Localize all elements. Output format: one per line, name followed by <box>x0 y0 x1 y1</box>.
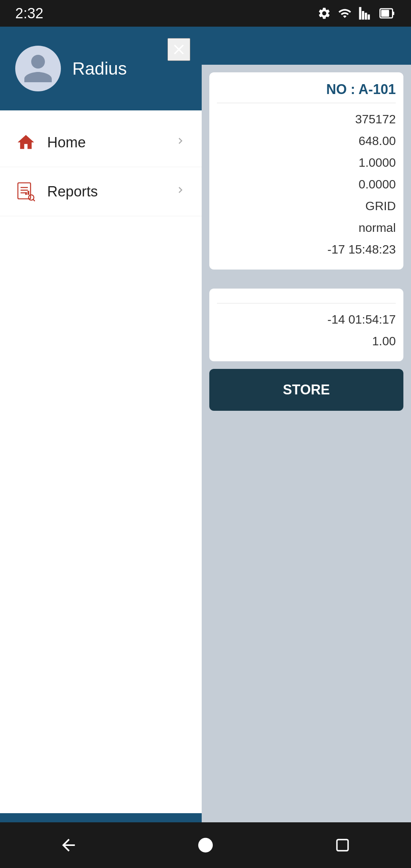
menu-item-reports-left: Reports <box>15 181 98 202</box>
home-chevron-icon <box>174 135 186 150</box>
home-icon-wrap <box>15 132 37 153</box>
wifi-icon <box>338 6 352 20</box>
avatar-icon <box>21 51 55 86</box>
close-icon <box>170 41 187 58</box>
svg-point-11 <box>198 838 213 852</box>
recents-button[interactable] <box>323 830 362 860</box>
menu-item-reports[interactable]: Reports <box>0 167 202 216</box>
signal-icon <box>358 6 372 20</box>
avatar <box>15 46 61 91</box>
svg-rect-2 <box>381 10 389 17</box>
menu-reports-label: Reports <box>47 183 98 200</box>
drawer-overlay: Radius Home <box>0 27 411 868</box>
svg-rect-12 <box>337 839 348 850</box>
nav-bar <box>0 822 411 868</box>
reports-icon <box>15 181 37 202</box>
menu-item-home-left: Home <box>15 132 86 153</box>
status-bar: 2:32 <box>0 0 411 27</box>
navigation-drawer: Radius Home <box>0 27 202 868</box>
drawer-body: Home <box>0 110 202 813</box>
svg-rect-7 <box>25 192 27 195</box>
back-button[interactable] <box>49 830 88 860</box>
menu-item-home[interactable]: Home <box>0 118 202 167</box>
home-icon <box>16 132 36 152</box>
menu-home-label: Home <box>47 134 86 151</box>
settings-icon <box>317 6 331 20</box>
reports-icon-wrap <box>15 181 37 202</box>
svg-line-10 <box>33 199 35 201</box>
svg-rect-1 <box>393 12 395 15</box>
drawer-close-button[interactable] <box>167 38 190 61</box>
svg-rect-8 <box>27 191 29 195</box>
drawer-username: Radius <box>72 58 127 79</box>
home-button[interactable] <box>186 830 225 860</box>
battery-icon <box>379 6 396 20</box>
status-icons <box>317 6 396 20</box>
drawer-header: Radius <box>0 27 202 110</box>
status-time: 2:32 <box>15 5 43 22</box>
reports-chevron-icon <box>174 184 186 199</box>
